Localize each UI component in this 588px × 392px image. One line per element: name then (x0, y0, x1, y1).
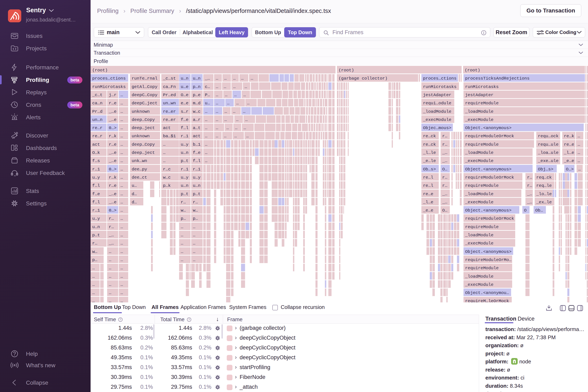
svg-text:proces…ctions: proces…ctions (423, 76, 457, 81)
svg-text:r…k: r…k (109, 175, 117, 180)
svg-text:a…r: a…r (193, 118, 201, 122)
svg-text:…: … (216, 109, 218, 114)
svg-text:…: … (120, 258, 123, 262)
svg-text:0…>: 0…> (109, 167, 117, 172)
svg-text:re…e: re…e (564, 142, 574, 147)
svg-text:…: … (578, 142, 580, 147)
svg-text:…: … (120, 192, 123, 196)
svg-text:c…: c… (205, 84, 210, 89)
svg-text:u…: u… (132, 183, 137, 188)
svg-text:…: … (92, 299, 95, 302)
svg-text:u…y: u…y (92, 216, 100, 221)
svg-text:…: … (216, 76, 218, 81)
svg-text:_…: _… (442, 158, 447, 163)
svg-text:…: … (247, 101, 250, 106)
svg-text:_…: _… (527, 200, 532, 204)
svg-text:_loadModule: _loadModule (465, 192, 494, 196)
svg-text:_exe…ule: _exe…ule (538, 158, 559, 163)
svg-text:…: … (109, 290, 111, 295)
svg-text:…: … (205, 150, 208, 155)
svg-text:r…1: r…1 (92, 167, 100, 172)
svg-text:…: … (92, 290, 95, 295)
svg-text:…: … (205, 134, 208, 138)
svg-text:…: … (120, 175, 123, 180)
svg-text:w…c: w…c (163, 175, 171, 180)
svg-text:r…c: r…c (163, 167, 171, 172)
svg-text:…: … (120, 282, 123, 287)
svg-text:…: … (236, 101, 239, 106)
svg-text:_…e: _…e (109, 118, 117, 122)
svg-text:re…l: re…l (423, 175, 433, 180)
svg-text:re…ck: re…ck (423, 134, 436, 138)
svg-text:req…ck: req…ck (536, 175, 552, 180)
svg-text:r…: r… (527, 183, 532, 188)
svg-text:r…: r… (442, 142, 447, 147)
svg-text:u…n: u…n (181, 76, 189, 81)
svg-text:…: … (193, 233, 195, 238)
svg-text:runMicrotasks: runMicrotasks (92, 84, 126, 89)
svg-text:requireModule: requireModule (465, 266, 499, 270)
svg-text:…: … (120, 233, 123, 238)
svg-text:…: … (216, 101, 218, 106)
svg-text:requireModule: requireModule (465, 183, 499, 188)
svg-text:…: … (163, 158, 166, 163)
svg-text:_loadModule: _loadModule (465, 150, 494, 155)
svg-text:…: … (109, 258, 111, 262)
svg-text:_loadModule: _loadModule (465, 233, 494, 238)
svg-text:Pr…ed: Pr…ed (163, 93, 176, 98)
svg-text:_…e: _…e (109, 150, 117, 155)
svg-text:p…: p… (92, 258, 97, 262)
svg-text:jestAdapter: jestAdapter (465, 93, 494, 98)
svg-text:requireModuleOrMock: requireModuleOrMock (465, 216, 514, 221)
svg-text:deep…ject: deep…ject (132, 126, 155, 130)
svg-text:_…e: _…e (109, 200, 117, 204)
svg-text:re…er: re…er (163, 109, 176, 114)
svg-text:p…: p… (181, 216, 186, 221)
svg-text:jestAdapter: jestAdapter (423, 93, 451, 98)
svg-text:_…: _… (442, 150, 447, 155)
svg-text:…: … (216, 118, 218, 122)
svg-text:_ex…le: _ex…le (536, 200, 552, 204)
svg-text:requ…ule: requ…ule (538, 142, 559, 147)
svg-text:u…n: u…n (193, 183, 201, 188)
svg-text:…: … (193, 250, 195, 254)
svg-text:d…: d… (132, 200, 137, 204)
svg-text:re…e: re…e (423, 192, 433, 196)
svg-text:u…n: u…n (92, 225, 100, 229)
svg-text:b…1: b…1 (193, 142, 201, 147)
svg-text:…: … (243, 109, 246, 114)
svg-text:r…e: r…e (109, 142, 117, 147)
svg-text:requireModule: requireModule (465, 142, 499, 147)
svg-text:_e…le: _e…le (423, 158, 436, 163)
svg-text:deepC…Copy: deepC…Copy (132, 93, 157, 98)
svg-text:_l…le: _l…le (423, 150, 436, 155)
svg-text:…: … (225, 109, 227, 114)
svg-text:r…: r… (193, 200, 198, 204)
svg-text:u…y: u…y (181, 175, 189, 180)
svg-text:f…l: f…l (181, 126, 189, 130)
svg-text:…: … (109, 299, 111, 302)
svg-text:r…1: r…1 (181, 167, 189, 172)
svg-text:…: … (181, 241, 183, 246)
svg-text:…: … (205, 142, 208, 147)
svg-text:deep…Copy: deep…Copy (132, 118, 155, 122)
svg-text:_execModule: _execModule (465, 200, 494, 204)
svg-text:?: ? (120, 318, 121, 321)
svg-text:…: … (120, 93, 123, 98)
svg-text:re…er: re…er (163, 118, 176, 122)
svg-text:r…: r… (92, 241, 97, 246)
svg-text:dee…py: dee…py (132, 167, 147, 172)
svg-text:…: … (224, 76, 227, 81)
svg-text:p…: p… (193, 216, 198, 221)
svg-text:0…>: 0…> (109, 126, 117, 130)
svg-text:r…e: r…e (109, 101, 117, 106)
svg-text:requ…ock: requ…ock (538, 134, 559, 138)
svg-text:p…n: p…n (193, 84, 201, 89)
svg-text:…: … (244, 126, 246, 130)
svg-text:deep…ject: deep…ject (132, 150, 155, 155)
svg-text:…: … (243, 93, 246, 98)
svg-text:_loadModule: _loadModule (465, 274, 494, 279)
svg-text:…: … (578, 134, 580, 138)
svg-text:p…t: p…t (181, 192, 189, 196)
svg-text:f…s: f…s (92, 158, 100, 163)
